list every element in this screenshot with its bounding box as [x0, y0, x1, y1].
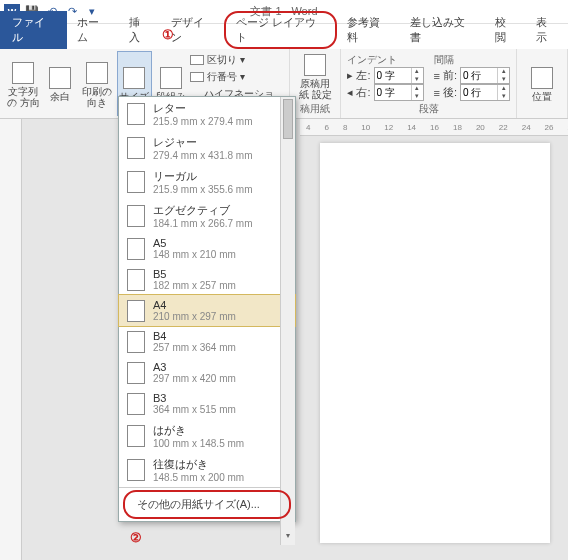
page-icon [127, 362, 145, 384]
spacing-before-icon: ≡ [434, 70, 440, 82]
size-option-エグゼクティブ[interactable]: エグゼクティブ184.1 mm x 266.7 mm [119, 199, 295, 233]
size-dimensions: 215.9 mm x 279.4 mm [153, 116, 252, 127]
down-arrow-icon[interactable]: ▾ [411, 93, 423, 101]
size-dimensions: 148 mm x 210 mm [153, 249, 236, 260]
size-dimensions: 182 mm x 257 mm [153, 280, 236, 291]
horizontal-ruler: 46810121416182022242628 [300, 119, 568, 136]
down-arrow-icon[interactable]: ▾ [497, 76, 509, 84]
arrange-group: 位置 [517, 49, 568, 118]
ruler-tick: 8 [343, 123, 347, 132]
indent-label: インデント [347, 53, 423, 67]
size-name: B3 [153, 392, 236, 404]
position-icon [531, 67, 553, 89]
ruler-tick: 16 [430, 123, 439, 132]
ruler-tick: 26 [545, 123, 554, 132]
chevron-down-icon: ▾ [240, 71, 245, 82]
orientation-icon [86, 62, 108, 84]
genkou-group-label: 稿用紙 [296, 101, 334, 116]
page-icon [127, 137, 145, 159]
size-name: B4 [153, 330, 236, 342]
page-icon [127, 103, 145, 125]
size-name: A5 [153, 237, 236, 249]
more-paper-sizes[interactable]: その他の用紙サイズ(A)... [123, 490, 291, 519]
size-name: エグゼクティブ [153, 203, 252, 218]
genkou-icon [304, 54, 326, 76]
paragraph-group: インデント ▸左:▴▾ ◂右:▴▾ 間隔 ≡前:▴▾ ≡後:▴▾ 段落 [341, 49, 517, 118]
indent-right-input[interactable]: ▴▾ [374, 84, 424, 101]
orientation-button[interactable]: 印刷の 向き [80, 51, 115, 116]
down-arrow-icon[interactable]: ▾ [497, 93, 509, 101]
tab-references[interactable]: 参考資料 [337, 11, 400, 49]
ruler-tick: 4 [306, 123, 310, 132]
indent-left-icon: ▸ [347, 69, 353, 82]
scroll-thumb[interactable] [283, 99, 293, 139]
size-dimensions: 215.9 mm x 355.6 mm [153, 184, 252, 195]
genkou-button[interactable]: 原稿用紙 設定 [296, 51, 334, 101]
tab-home[interactable]: ホーム [67, 11, 119, 49]
size-option-b4[interactable]: B4257 mm x 364 mm [119, 326, 295, 357]
page-icon [127, 459, 145, 481]
size-name: レジャー [153, 135, 252, 150]
size-name: A4 [153, 299, 236, 311]
text-direction-button[interactable]: 文字列の 方向 [6, 51, 41, 116]
margins-icon [49, 67, 71, 89]
line-numbers-button[interactable]: 行番号▾ [190, 69, 283, 85]
genkou-group: 原稿用紙 設定 稿用紙 [290, 49, 341, 118]
size-option-a4[interactable]: A4210 mm x 297 mm [118, 294, 296, 327]
size-dimensions: 297 mm x 420 mm [153, 373, 236, 384]
size-option-b5[interactable]: B5182 mm x 257 mm [119, 264, 295, 295]
page-icon [127, 171, 145, 193]
margins-button[interactable]: 余白 [43, 51, 78, 116]
spacing-label: 間隔 [434, 53, 510, 67]
ruler-tick: 20 [476, 123, 485, 132]
size-dimensions: 279.4 mm x 431.8 mm [153, 150, 252, 161]
dropdown-scrollbar[interactable]: ▴ ▾ [280, 97, 295, 545]
size-option-レター[interactable]: レター215.9 mm x 279.4 mm [119, 97, 295, 131]
ruler-tick: 24 [522, 123, 531, 132]
size-option-レジャー[interactable]: レジャー279.4 mm x 431.8 mm [119, 131, 295, 165]
size-name: 往復はがき [153, 457, 244, 472]
page-icon [127, 238, 145, 260]
size-option-a3[interactable]: A3297 mm x 420 mm [119, 357, 295, 388]
spacing-before-input[interactable]: ▴▾ [460, 67, 510, 84]
page-icon [127, 205, 145, 227]
tab-view[interactable]: 表示 [526, 11, 568, 49]
down-arrow-icon[interactable]: ▾ [411, 76, 423, 84]
tab-file[interactable]: ファイル [0, 11, 67, 49]
tab-review[interactable]: 校閲 [485, 11, 527, 49]
tab-page-layout[interactable]: ページ レイアウト [224, 11, 337, 49]
size-option-a5[interactable]: A5148 mm x 210 mm [119, 233, 295, 264]
size-dimensions: 148.5 mm x 200 mm [153, 472, 244, 483]
size-option-リーガル[interactable]: リーガル215.9 mm x 355.6 mm [119, 165, 295, 199]
size-option-はがき[interactable]: はがき100 mm x 148.5 mm [119, 419, 295, 453]
ribbon-tabs: ① ファイル ホーム 挿入 デザイン ページ レイアウト 参考資料 差し込み文書… [0, 24, 568, 49]
paragraph-group-label: 段落 [347, 101, 510, 116]
size-name: B5 [153, 268, 236, 280]
separator [119, 487, 295, 488]
chevron-down-icon: ▾ [240, 54, 245, 65]
ruler-tick: 18 [453, 123, 462, 132]
size-dimensions: 100 mm x 148.5 mm [153, 438, 244, 449]
indent-right-icon: ◂ [347, 86, 353, 99]
vertical-ruler [0, 119, 22, 560]
size-option-往復はがき[interactable]: 往復はがき148.5 mm x 200 mm [119, 453, 295, 487]
size-dimensions: 257 mm x 364 mm [153, 342, 236, 353]
page-icon [127, 300, 145, 322]
ruler-tick: 6 [324, 123, 328, 132]
ruler-tick: 22 [499, 123, 508, 132]
position-button[interactable]: 位置 [523, 51, 561, 116]
document-page[interactable] [320, 143, 550, 543]
scroll-down-icon[interactable]: ▾ [281, 531, 295, 545]
ruler-tick: 12 [384, 123, 393, 132]
size-option-b3[interactable]: B3364 mm x 515 mm [119, 388, 295, 419]
page-icon [127, 269, 145, 291]
breaks-button[interactable]: 区切り▾ [190, 52, 283, 68]
annotation-1: ① [162, 27, 174, 42]
size-dropdown: ▴ ▾ レター215.9 mm x 279.4 mmレジャー279.4 mm x… [118, 96, 296, 522]
spacing-after-icon: ≡ [434, 87, 440, 99]
indent-left-input[interactable]: ▴▾ [374, 67, 424, 84]
tab-insert[interactable]: 挿入 [119, 11, 161, 49]
page-icon [127, 425, 145, 447]
tab-mailings[interactable]: 差し込み文書 [400, 11, 485, 49]
spacing-after-input[interactable]: ▴▾ [460, 84, 510, 101]
